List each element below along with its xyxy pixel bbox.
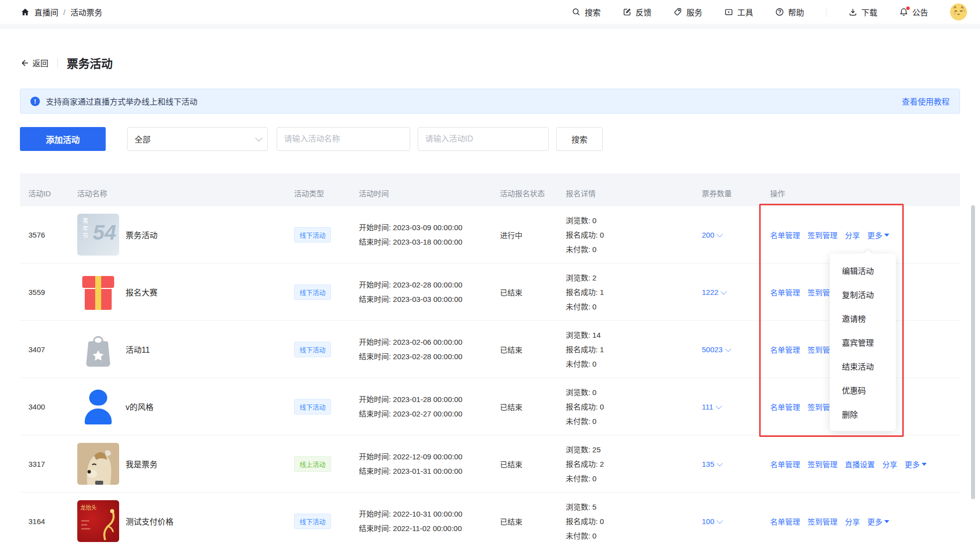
menu-item-copy-activity[interactable]: 复制活动 bbox=[830, 282, 896, 306]
ticket-count-link[interactable]: 1222 bbox=[702, 288, 762, 296]
activity-time: 开始时间: 2023-02-28 00:00:00 结束时间: 2023-03-… bbox=[350, 277, 491, 306]
ticket-count-link[interactable]: 135 bbox=[702, 460, 762, 468]
action-share[interactable]: 分享 bbox=[882, 459, 897, 469]
activity-time: 开始时间: 2023-01-28 00:00:00 结束时间: 2023-02-… bbox=[350, 392, 491, 421]
breadcrumb-home[interactable]: 直播间 bbox=[34, 6, 58, 18]
ticket-count-link[interactable]: 200 bbox=[702, 231, 762, 239]
col-activity-name: 活动名称 bbox=[69, 188, 286, 198]
table-row: 3407 活动11 线下活动 开始时间: 2023-02-06 00:00:00… bbox=[20, 321, 960, 378]
menu-item-end-activity[interactable]: 结束活动 bbox=[830, 354, 896, 378]
activity-id: 3400 bbox=[20, 403, 69, 411]
scrollbar-thumb[interactable] bbox=[971, 205, 975, 499]
activity-name: v的风格 bbox=[126, 401, 154, 412]
action-more[interactable]: 更多 bbox=[867, 516, 889, 527]
col-activity-type: 活动类型 bbox=[286, 188, 350, 198]
event-thumbnail-youth-day: 青年节 54 bbox=[77, 214, 119, 256]
action-list-manage[interactable]: 名单管理 bbox=[770, 516, 800, 527]
ticket-count-link[interactable]: 100 bbox=[702, 517, 762, 526]
type-badge-offline: 线下活动 bbox=[294, 399, 331, 414]
activity-id: 3559 bbox=[20, 288, 69, 296]
signup-status: 已结束 bbox=[491, 516, 557, 527]
type-badge-offline: 线下活动 bbox=[294, 227, 331, 243]
signup-detail: 浏览数: 14 报名成功: 1 未付款: 0 bbox=[557, 328, 693, 371]
chevron-down-icon bbox=[725, 345, 731, 352]
info-banner: ! 支持商家通过直播方式举办线上和线下活动 查看使用教程 bbox=[20, 89, 960, 114]
signup-detail: 浏览数: 2 报名成功: 1 未付款: 0 bbox=[557, 271, 693, 314]
nav-help-label: 帮助 bbox=[788, 6, 804, 18]
type-badge-offline: 线下活动 bbox=[294, 342, 331, 357]
activity-id-input[interactable] bbox=[418, 127, 549, 151]
action-checkin-manage[interactable]: 签到管理 bbox=[808, 230, 837, 240]
action-more[interactable]: 更多 bbox=[867, 230, 889, 240]
nav-feedback[interactable]: 反馈 bbox=[623, 6, 652, 18]
menu-item-edit-activity[interactable]: 编辑活动 bbox=[830, 259, 896, 282]
col-signup-detail: 报名详情 bbox=[557, 188, 693, 198]
chevron-down-icon bbox=[717, 517, 723, 524]
action-share[interactable]: 分享 bbox=[845, 516, 860, 527]
page-title: 票务活动 bbox=[67, 54, 113, 71]
activity-time: 开始时间: 2022-12-09 00:00:00 结束时间: 2023-01-… bbox=[350, 449, 491, 478]
more-actions-dropdown: 编辑活动 复制活动 邀请榜 嘉宾管理 结束活动 优惠码 删除 bbox=[830, 254, 896, 431]
thumb-number: 54 bbox=[93, 221, 116, 245]
ticket-count-link[interactable]: 111 bbox=[702, 403, 762, 411]
ticket-count-link[interactable]: 50023 bbox=[702, 345, 762, 354]
nav-search[interactable]: 搜索 bbox=[572, 6, 601, 18]
header-divider bbox=[57, 58, 58, 67]
activity-id: 3164 bbox=[20, 517, 69, 526]
nav-announcement[interactable]: 公告 bbox=[899, 6, 928, 18]
type-filter-select[interactable]: 全部 bbox=[127, 127, 268, 151]
top-navigation-bar: 直播间 / 活动票务 搜索 反馈 服务 工具 帮助 下载 bbox=[0, 0, 980, 24]
action-share[interactable]: 分享 bbox=[845, 230, 860, 240]
activity-name: 活动11 bbox=[126, 343, 150, 355]
chevron-down-icon bbox=[717, 231, 723, 237]
activity-table: 3576 青年节 54 票务活动 线下活动 开始时间: 2023-03-09 0… bbox=[20, 206, 960, 547]
action-checkin-manage[interactable]: 签到管理 bbox=[808, 459, 837, 469]
chevron-down-icon bbox=[715, 403, 722, 409]
action-more[interactable]: 更多 bbox=[905, 459, 927, 469]
chevron-down-icon bbox=[255, 135, 262, 141]
event-thumbnail-person-avatar bbox=[77, 386, 119, 427]
menu-item-guest-manage[interactable]: 嘉宾管理 bbox=[830, 330, 896, 354]
add-activity-button[interactable]: 添加活动 bbox=[20, 127, 106, 151]
nav-tools[interactable]: 工具 bbox=[724, 6, 753, 18]
service-icon bbox=[673, 7, 682, 16]
activity-id: 3317 bbox=[20, 460, 69, 468]
activity-name: 报名大赛 bbox=[126, 286, 158, 298]
action-list-manage[interactable]: 名单管理 bbox=[770, 230, 800, 240]
activity-name: 票务活动 bbox=[126, 229, 158, 241]
menu-item-invite-board[interactable]: 邀请榜 bbox=[830, 306, 896, 330]
activity-name-input[interactable] bbox=[277, 127, 410, 151]
back-button[interactable]: 返回 bbox=[20, 57, 48, 69]
tutorial-link[interactable]: 查看使用教程 bbox=[902, 95, 950, 107]
action-checkin-manage[interactable]: 签到管理 bbox=[808, 516, 837, 527]
back-arrow-icon bbox=[20, 59, 28, 67]
menu-item-delete[interactable]: 删除 bbox=[830, 402, 896, 426]
type-badge-online: 线上活动 bbox=[294, 456, 331, 472]
action-list-manage[interactable]: 名单管理 bbox=[770, 344, 800, 355]
help-icon bbox=[775, 7, 784, 16]
signup-status: 已结束 bbox=[491, 402, 557, 412]
action-list-manage[interactable]: 名单管理 bbox=[770, 402, 800, 412]
type-badge-offline: 线下活动 bbox=[294, 514, 331, 529]
nav-service[interactable]: 服务 bbox=[673, 6, 702, 18]
signup-detail: 浏览数: 25 报名成功: 2 未付款: 0 bbox=[557, 442, 693, 486]
download-icon bbox=[848, 7, 857, 16]
breadcrumb-current: 活动票务 bbox=[70, 6, 102, 18]
user-avatar[interactable] bbox=[950, 3, 967, 20]
event-thumbnail-gift-box bbox=[77, 271, 119, 313]
nav-service-label: 服务 bbox=[686, 6, 702, 18]
home-icon bbox=[21, 8, 29, 16]
activity-name: 我是票务 bbox=[126, 458, 158, 470]
nav-feedback-label: 反馈 bbox=[636, 6, 652, 18]
table-row: 3317 我是票务 线上活动 开始时间: 2022-12-09 00:00:00… bbox=[20, 435, 960, 493]
signup-status: 已结束 bbox=[491, 344, 557, 355]
nav-download[interactable]: 下载 bbox=[848, 6, 877, 18]
nav-help[interactable]: 帮助 bbox=[775, 6, 804, 18]
signup-detail: 浏览数: 0 报名成功: 0 未付款: 0 bbox=[557, 213, 693, 257]
activity-id: 3576 bbox=[20, 231, 69, 239]
menu-item-coupon-code[interactable]: 优惠码 bbox=[830, 378, 896, 402]
search-button[interactable]: 搜索 bbox=[556, 127, 603, 151]
action-list-manage[interactable]: 名单管理 bbox=[770, 287, 800, 297]
action-list-manage[interactable]: 名单管理 bbox=[770, 459, 800, 469]
action-live-settings[interactable]: 直播设置 bbox=[845, 459, 875, 469]
